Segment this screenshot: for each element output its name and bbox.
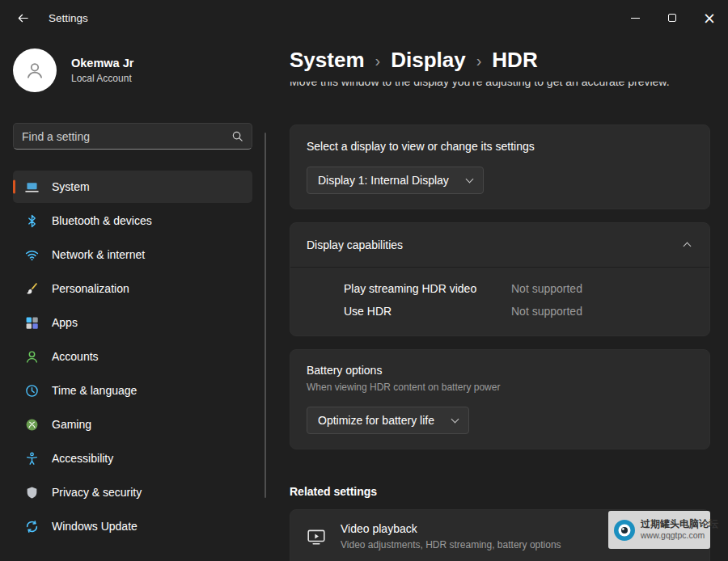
search-box [13, 123, 252, 150]
breadcrumb-display[interactable]: Display [391, 48, 466, 72]
xbox-icon [25, 418, 39, 432]
related-settings-heading: Related settings [290, 485, 710, 498]
battery-options-dropdown[interactable]: Optimize for battery life [307, 407, 469, 434]
capability-row: Use HDR Not supported [307, 300, 693, 323]
avatar [13, 49, 57, 92]
person-icon [25, 350, 39, 364]
close-button[interactable]: × [691, 0, 728, 36]
breadcrumb-separator: › [476, 47, 482, 73]
capability-row: Play streaming HDR video Not supported [307, 277, 693, 300]
sidebar-item-label: Personalization [52, 282, 129, 295]
capability-value: Not supported [511, 277, 582, 300]
breadcrumb: System › Display › HDR [290, 47, 710, 73]
titlebar: Settings × [0, 0, 728, 36]
back-arrow-icon [17, 12, 29, 24]
sidebar-item-label: System [52, 180, 90, 193]
watermark-line2: www.gqgtpc.com [641, 530, 718, 541]
sidebar-item-accessibility[interactable]: Accessibility [13, 442, 252, 475]
display-select-value: Display 1: Internal Display [318, 174, 449, 187]
user-profile: Okemwa Jr Local Account [13, 49, 267, 92]
window-controls: × [616, 0, 728, 36]
sidebar-item-label: Gaming [52, 418, 91, 431]
brush-icon [25, 282, 39, 296]
display-select-dropdown[interactable]: Display 1: Internal Display [307, 167, 484, 194]
sidebar: Okemwa Jr Local Account System Bluetooth… [0, 36, 267, 561]
sidebar-item-windows-update[interactable]: Windows Update [13, 510, 252, 542]
sidebar-nav: System Bluetooth & devices Network & int… [0, 171, 267, 542]
sidebar-item-privacy-security[interactable]: Privacy & security [13, 476, 252, 508]
chevron-down-icon [451, 415, 459, 424]
sidebar-item-label: Privacy & security [52, 486, 142, 499]
display-capabilities-title: Display capabilities [307, 238, 403, 251]
sidebar-item-label: Bluetooth & devices [52, 214, 152, 227]
display-capabilities-header[interactable]: Display capabilities [290, 223, 709, 267]
back-button[interactable] [6, 4, 39, 32]
preview-note-clipped: Move this window to the display you're a… [290, 82, 710, 114]
sidebar-item-label: Network & internet [52, 248, 145, 261]
shield-icon [25, 486, 39, 500]
sidebar-item-label: Apps [52, 316, 78, 329]
update-arrows-icon [25, 520, 39, 534]
chevron-up-icon [684, 243, 692, 251]
maximize-icon [668, 14, 676, 22]
sidebar-item-accounts[interactable]: Accounts [13, 340, 252, 373]
search-icon[interactable] [231, 130, 243, 142]
minimize-button[interactable] [616, 0, 654, 36]
sidebar-item-personalization[interactable]: Personalization [13, 272, 252, 305]
sidebar-item-system[interactable]: System [13, 171, 252, 203]
breadcrumb-current-hdr: HDR [492, 48, 537, 72]
chevron-down-icon [465, 175, 473, 183]
watermark-logo-icon [613, 519, 636, 542]
video-playback-subtitle: Video adjustments, HDR streaming, batter… [341, 539, 561, 550]
accessibility-person-icon [25, 452, 39, 466]
sidebar-item-label: Windows Update [52, 520, 138, 533]
breadcrumb-system[interactable]: System [290, 48, 365, 72]
battery-options-value: Optimize for battery life [318, 414, 434, 427]
breadcrumb-separator: › [375, 47, 381, 73]
apps-grid-icon [25, 316, 39, 330]
minimize-icon [631, 18, 640, 19]
search-input[interactable] [22, 130, 231, 143]
watermark: 过期罐头电脑论坛 www.gqgtpc.com [608, 511, 710, 549]
sidebar-item-label: Time & language [52, 384, 137, 397]
user-name: Okemwa Jr [71, 57, 133, 70]
clock-icon [25, 384, 39, 398]
battery-options-title: Battery options [307, 364, 693, 377]
sidebar-item-label: Accessibility [52, 452, 113, 465]
battery-options-subtitle: When viewing HDR content on battery powe… [307, 382, 693, 393]
main-content: System › Display › HDR Move this window … [290, 36, 710, 561]
sidebar-item-gaming[interactable]: Gaming [13, 408, 252, 441]
watermark-text: 过期罐头电脑论坛 www.gqgtpc.com [641, 518, 718, 541]
video-playback-title: Video playback [341, 522, 561, 535]
system-icon [25, 180, 39, 194]
bluetooth-icon [25, 214, 39, 228]
wifi-icon [25, 248, 39, 262]
video-playback-icon [307, 527, 326, 546]
display-select-card: Select a display to view or change its s… [290, 124, 710, 209]
close-icon: × [703, 11, 716, 26]
display-capabilities-card: Display capabilities Play streaming HDR … [290, 222, 710, 336]
capability-value: Not supported [511, 300, 582, 323]
capability-label: Play streaming HDR video [344, 277, 511, 300]
window-title: Settings [49, 12, 88, 24]
account-type: Local Account [71, 73, 133, 84]
sidebar-scrollbar[interactable] [265, 133, 266, 498]
battery-options-card: Battery options When viewing HDR content… [290, 349, 710, 449]
watermark-line1: 过期罐头电脑论坛 [641, 518, 718, 530]
capability-label: Use HDR [344, 300, 511, 323]
sidebar-item-time-language[interactable]: Time & language [13, 374, 252, 407]
sidebar-item-bluetooth-devices[interactable]: Bluetooth & devices [13, 205, 252, 237]
maximize-button[interactable] [654, 0, 691, 36]
sidebar-item-label: Accounts [52, 350, 99, 363]
display-select-label: Select a display to view or change its s… [307, 140, 693, 153]
sidebar-item-network-internet[interactable]: Network & internet [13, 238, 252, 271]
preview-note-text: Move this window to the display you're a… [290, 82, 679, 91]
sidebar-item-apps[interactable]: Apps [13, 306, 252, 339]
display-capabilities-body: Play streaming HDR video Not supported U… [290, 267, 709, 335]
